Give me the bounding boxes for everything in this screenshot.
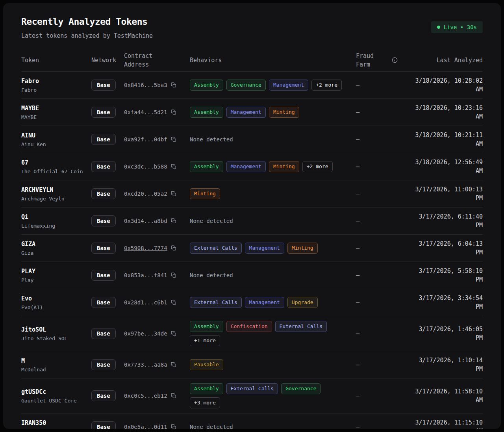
table-row[interactable]: 67 The Official 67 Coin Base 0xc3dc...b5… xyxy=(21,153,483,180)
more-behaviors-chip[interactable]: +2 more xyxy=(302,161,333,172)
table-row[interactable]: GIZA Giza Base 0x5908...7774 External Ca… xyxy=(21,235,483,262)
table-row[interactable]: PLAY Play Base 0x853a...f841 None detect… xyxy=(21,262,483,289)
table-row[interactable]: JitoSOL Jito Staked SOL Base 0x97be...34… xyxy=(21,316,483,351)
copy-address-button[interactable] xyxy=(171,300,176,305)
copy-address-button[interactable] xyxy=(171,393,176,399)
token-cell: PLAY Play xyxy=(21,267,91,284)
behavior-badge: Management xyxy=(245,297,284,308)
col-token: Token xyxy=(21,56,91,65)
token-symbol: IRAN350 xyxy=(21,419,87,427)
info-icon[interactable] xyxy=(392,57,398,63)
copy-icon xyxy=(171,137,176,142)
copy-address-button[interactable] xyxy=(171,137,176,142)
network-cell: Base xyxy=(91,270,124,281)
contract-address[interactable]: 0xc3dc...b588 xyxy=(124,163,167,170)
behaviors-list: Minting xyxy=(190,188,356,199)
network-cell: Base xyxy=(91,134,124,145)
last-analyzed-cell: 3/18/2026, 10:21:11 AM xyxy=(401,131,483,148)
behavior-badge: Management xyxy=(245,243,284,254)
copy-icon xyxy=(171,362,176,367)
copy-address-button[interactable] xyxy=(171,218,176,224)
copy-icon xyxy=(171,82,176,88)
last-analyzed-cell: 3/17/2026, 3:34:54 PM xyxy=(401,294,483,311)
contract-address[interactable]: 0x853a...f841 xyxy=(124,272,167,278)
contract-address[interactable]: 0xcd20...05a2 xyxy=(124,191,167,197)
contract-address[interactable]: 0x0e5a...0d11 xyxy=(124,424,167,429)
copy-address-button[interactable] xyxy=(171,424,176,429)
table-row[interactable]: MAYBE MAYBE Base 0xfa44...5d21 AssemblyM… xyxy=(21,99,483,126)
last-analyzed: 3/17/2026, 6:11:40 PM xyxy=(413,212,483,230)
contract-address[interactable]: 0x3d14...a8bd xyxy=(124,218,167,224)
token-symbol: ARCHVEYLN xyxy=(21,186,87,194)
last-analyzed-cell: 3/18/2026, 10:28:02 AM xyxy=(401,76,483,94)
token-cell: JitoSOL Jito Staked SOL xyxy=(21,326,91,342)
behaviors-list: AssemblyGovernanceManagement+2 more xyxy=(190,80,356,91)
behavior-badge: Pausable xyxy=(190,359,223,370)
behavior-badge: External Calls xyxy=(190,297,242,308)
token-name: Ainu Ken xyxy=(21,141,87,148)
copy-icon xyxy=(171,245,176,251)
behaviors-list: AssemblyConfiscationExternal Calls+1 mor… xyxy=(190,321,356,346)
last-analyzed: 3/18/2026, 10:21:11 AM xyxy=(413,131,483,148)
copy-address-button[interactable] xyxy=(171,245,176,251)
contract-address[interactable]: 0x97be...34de xyxy=(124,330,167,337)
behavior-badge: Assembly xyxy=(190,161,223,172)
token-cell: gtUSDCc Gauntlet USDC Core xyxy=(21,388,91,404)
contract-address[interactable]: 0xc0c5...eb12 xyxy=(124,393,167,399)
more-behaviors-chip[interactable]: +3 more xyxy=(190,397,220,408)
table-row[interactable]: IRAN350 IRAN350 Base 0x0e5a...0d11 None … xyxy=(21,413,483,429)
behaviors-list: AssemblyExternal CallsGovernance+3 more xyxy=(190,383,356,408)
token-name: Jito Staked SOL xyxy=(21,335,87,342)
copy-icon xyxy=(171,191,176,197)
last-analyzed: 3/17/2026, 1:46:05 PM xyxy=(413,325,483,342)
network-cell: Base xyxy=(91,421,124,429)
contract-address-cell: 0xcd20...05a2 xyxy=(124,191,190,197)
fraud-farm-value: — xyxy=(356,423,401,429)
last-analyzed-cell: 3/17/2026, 6:04:13 PM xyxy=(401,239,483,257)
copy-address-button[interactable] xyxy=(171,82,176,88)
last-analyzed: 3/18/2026, 12:56:49 AM xyxy=(413,158,483,175)
contract-address[interactable]: 0x8416...5ba3 xyxy=(124,82,167,88)
copy-address-button[interactable] xyxy=(171,331,176,336)
behavior-badge: Minting xyxy=(269,107,299,118)
contract-address[interactable]: 0x28d1...c6b1 xyxy=(124,299,167,306)
fraud-farm-value: — xyxy=(356,217,401,224)
contract-address-cell: 0xc0c5...eb12 xyxy=(124,393,190,399)
copy-address-button[interactable] xyxy=(171,109,176,115)
token-name: The Official 67 Coin xyxy=(21,168,87,175)
table-row[interactable]: Qi Lifemaxxing Base 0x3d14...a8bd None d… xyxy=(21,208,483,235)
table-row[interactable]: Evo Evo(AI) Base 0x28d1...c6b1 External … xyxy=(21,289,483,316)
network-cell: Base xyxy=(91,215,124,226)
table-row[interactable]: gtUSDCc Gauntlet USDC Core Base 0xc0c5..… xyxy=(21,378,483,413)
col-fraud-farm-label: Fraud Farm xyxy=(356,52,374,69)
network-badge: Base xyxy=(91,421,116,429)
table-row[interactable]: M McDolnad Base 0x7733...aa8a Pausable —… xyxy=(21,351,483,378)
contract-address[interactable]: 0xfa44...5d21 xyxy=(124,109,167,115)
col-behaviors: Behaviors xyxy=(190,56,356,65)
live-status-badge[interactable]: Live • 30s xyxy=(431,21,483,33)
none-detected-label: None detected xyxy=(190,424,233,429)
last-analyzed: 3/17/2026, 11:00:13 PM xyxy=(413,185,483,202)
copy-address-button[interactable] xyxy=(171,362,176,367)
contract-address-cell: 0x7733...aa8a xyxy=(124,362,190,368)
contract-address[interactable]: 0xa92f...04bf xyxy=(124,136,167,143)
table-row[interactable]: AINU Ainu Ken Base 0xa92f...04bf None de… xyxy=(21,126,483,153)
table-row[interactable]: Fabro Fabro Base 0x8416...5ba3 AssemblyG… xyxy=(21,72,483,99)
live-label: Live • 30s xyxy=(444,24,477,30)
panel-header: Recently Analyzed Tokens Latest tokens a… xyxy=(21,17,483,39)
more-behaviors-chip[interactable]: +2 more xyxy=(311,80,342,91)
table-row[interactable]: ARCHVEYLN Archmage Veyln Base 0xcd20...0… xyxy=(21,180,483,208)
contract-address[interactable]: 0x5908...7774 xyxy=(124,245,167,251)
copy-address-button[interactable] xyxy=(171,273,176,278)
behaviors-list: None detected xyxy=(190,424,356,429)
none-detected-label: None detected xyxy=(190,218,233,224)
token-symbol: JitoSOL xyxy=(21,326,87,334)
copy-address-button[interactable] xyxy=(171,164,176,169)
contract-address[interactable]: 0x7733...aa8a xyxy=(124,362,167,368)
more-behaviors-chip[interactable]: +1 more xyxy=(190,335,220,346)
last-analyzed-cell: 3/18/2026, 12:56:49 AM xyxy=(401,158,483,175)
copy-address-button[interactable] xyxy=(171,191,176,197)
network-cell: Base xyxy=(91,297,124,308)
recent-tokens-panel: Recently Analyzed Tokens Latest tokens a… xyxy=(3,3,501,429)
last-analyzed: 3/18/2026, 10:23:16 AM xyxy=(413,104,483,121)
